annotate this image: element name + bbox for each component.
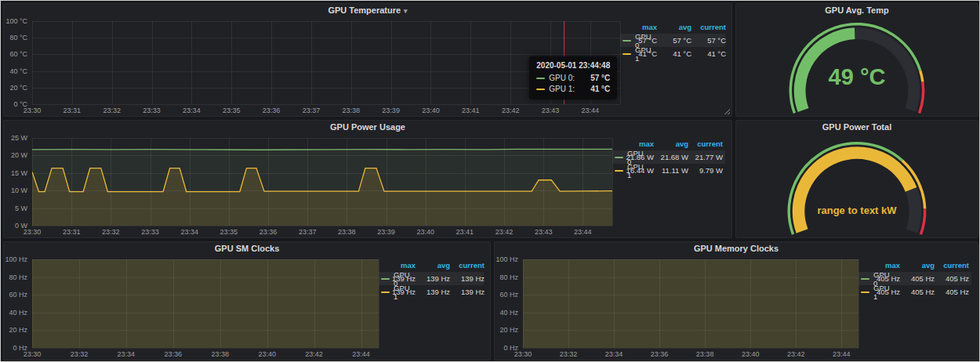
- tooltip-series-row: GPU 1:41 °C: [536, 84, 610, 95]
- x-axis-tick-label: 23:42: [305, 350, 323, 358]
- gridline-horizontal: [32, 38, 620, 38]
- x-axis-tick-label: 23:33: [141, 228, 159, 236]
- series-color-dash-icon: [536, 78, 545, 79]
- panel-title-text: GPU Power Total: [822, 122, 891, 132]
- tooltip-series-value: 57 °C: [590, 74, 610, 82]
- gridline-vertical: [314, 259, 315, 348]
- panel-title-gpu-avg-temp[interactable]: GPU Avg. Temp: [736, 4, 978, 17]
- gridline-vertical: [231, 21, 232, 104]
- x-axis-tick-label: 23:34: [180, 228, 198, 236]
- legend-value: 41 °C: [657, 49, 691, 58]
- x-axis-tick-label: 23:40: [416, 228, 434, 236]
- memory-clocks-chart[interactable]: 100 Hz80 Hz60 Hz40 Hz20 Hz0 Hz23:3023:32…: [495, 255, 858, 360]
- sm-clocks-legend: maxavgcurrentGPU 0139 Hz139 Hz139 HzGPU …: [379, 255, 490, 360]
- x-axis-tick-label: 23:36: [260, 228, 278, 236]
- gridline-vertical: [190, 138, 191, 226]
- gridline-vertical: [379, 259, 379, 348]
- gridline-vertical: [796, 259, 797, 348]
- gridline-vertical: [858, 259, 859, 348]
- panel-title-gpu-power-usage[interactable]: GPU Power Usage: [4, 121, 731, 134]
- legend-value: 57 °C: [691, 36, 726, 45]
- gridline-vertical: [151, 138, 151, 226]
- tooltip-timestamp: 2020-05-01 23:44:48: [536, 61, 610, 70]
- gridline-vertical: [504, 138, 505, 226]
- x-axis-tick-label: 23:42: [495, 228, 514, 236]
- sm-clocks-chart[interactable]: 100 Hz80 Hz60 Hz40 Hz20 Hz0 Hz23:3023:32…: [4, 255, 379, 360]
- legend-value: 21.86 W: [619, 153, 654, 161]
- panel-title-gpu-sm-clocks[interactable]: GPU SM Clocks: [4, 242, 490, 255]
- y-axis-tick-label: 80 Hz: [499, 273, 518, 281]
- legend-column-header[interactable]: max: [381, 261, 416, 270]
- legend-column-header[interactable]: avg: [900, 261, 935, 270]
- gridline-vertical: [659, 259, 660, 348]
- y-axis-tick-label: 20 Hz: [499, 326, 518, 334]
- gridline-horizontal: [523, 277, 858, 278]
- legend-value: 405 Hz: [900, 288, 935, 296]
- gridline-horizontal: [32, 54, 620, 55]
- x-axis-tick-label: 23:41: [456, 228, 474, 236]
- gridline-vertical: [32, 21, 33, 104]
- panel-title-gpu-power-total[interactable]: GPU Power Total: [736, 121, 978, 134]
- legend-value: 41 °C: [622, 49, 657, 58]
- x-axis-tick-label: 23:44: [352, 350, 370, 358]
- panel-gpu-power-total: GPU Power Total range to text kW: [735, 120, 978, 238]
- y-axis: 100 °C80 °C60 °C40 °C20 °C0 °C: [4, 21, 32, 104]
- gridline-vertical: [705, 259, 706, 348]
- legend-column-header[interactable]: current: [935, 261, 969, 270]
- x-axis: 23:3023:3223:3423:3623:3823:4023:4223:44: [32, 348, 379, 360]
- legend-column-header[interactable]: max: [619, 139, 654, 148]
- x-axis-tick-label: 23:34: [183, 107, 201, 114]
- gridline-vertical: [568, 259, 569, 348]
- gridline-horizontal: [32, 138, 612, 139]
- y-axis: 100 Hz80 Hz60 Hz40 Hz20 Hz0 Hz: [4, 259, 32, 348]
- x-axis-tick-label: 23:40: [422, 107, 440, 114]
- legend-row: GPU 1405 Hz405 Hz405 Hz: [858, 285, 971, 299]
- gridline-vertical: [112, 21, 113, 104]
- gridline-vertical: [126, 259, 127, 348]
- gridline-vertical: [271, 21, 272, 104]
- panel-body: 100 Hz80 Hz60 Hz40 Hz20 Hz0 Hz23:3023:32…: [495, 255, 978, 360]
- x-axis-tick-label: 23:32: [71, 350, 89, 358]
- legend-row: GPU 141 °C41 °C41 °C: [620, 47, 725, 60]
- panel-title-gpu-memory-clocks[interactable]: GPU Memory Clocks: [495, 242, 978, 255]
- gridline-vertical: [311, 21, 312, 104]
- legend-column-header[interactable]: avg: [654, 139, 688, 148]
- series-color-dash-icon: [536, 89, 545, 90]
- legend-value: 405 Hz: [866, 288, 900, 296]
- legend-column-header[interactable]: avg: [416, 261, 450, 270]
- temperature-legend: maxavgcurrentGPU 057 °C57 °C57 °CGPU 141…: [620, 17, 731, 116]
- panel-menu-caret-icon[interactable]: ▾: [404, 7, 408, 15]
- legend-column-header[interactable]: max: [622, 23, 657, 31]
- gridline-vertical: [71, 138, 72, 226]
- legend-value: 405 Hz: [900, 274, 935, 283]
- temperature-chart[interactable]: 100 °C80 °C60 °C40 °C20 °C0 °C2020-05-01…: [4, 17, 620, 116]
- gridline-vertical: [268, 138, 269, 226]
- x-axis-tick-label: 23:39: [377, 228, 395, 236]
- x-axis-tick-label: 23:43: [535, 228, 553, 236]
- y-axis-tick-label: 40 °C: [9, 67, 27, 75]
- legend-column-header[interactable]: current: [450, 261, 485, 270]
- x-axis-tick-label: 23:37: [303, 107, 321, 114]
- gridline-vertical: [841, 259, 842, 348]
- gridline-vertical: [387, 138, 387, 226]
- series-plot-svg: [32, 259, 379, 348]
- power-usage-chart[interactable]: 25 W20 W15 W10 W5 W0 W23:3023:3123:3223:…: [4, 134, 612, 237]
- panel-title-gpu-temperature[interactable]: GPU Temperature▾: [4, 4, 731, 17]
- legend-column-header[interactable]: avg: [657, 23, 691, 31]
- y-axis-tick-label: 60 °C: [9, 50, 27, 58]
- x-axis-tick-label: 23:30: [24, 350, 42, 358]
- x-axis-tick-label: 23:32: [560, 350, 578, 358]
- legend-column-header[interactable]: current: [688, 139, 723, 148]
- legend-column-header[interactable]: current: [691, 23, 726, 31]
- panel-resize-handle[interactable]: [724, 108, 730, 114]
- legend-value: 57 °C: [657, 36, 691, 45]
- gridline-vertical: [543, 138, 544, 226]
- gridline-vertical: [173, 259, 174, 348]
- legend-value: 139 Hz: [450, 288, 485, 296]
- legend-column-header[interactable]: max: [866, 261, 900, 270]
- plot-area: [523, 259, 858, 348]
- x-axis-tick-label: 23:36: [263, 107, 281, 114]
- panel-body: range to text kW: [736, 134, 978, 237]
- x-axis-tick-label: 23:37: [299, 228, 317, 236]
- panel-title-text: GPU Power Usage: [330, 122, 405, 132]
